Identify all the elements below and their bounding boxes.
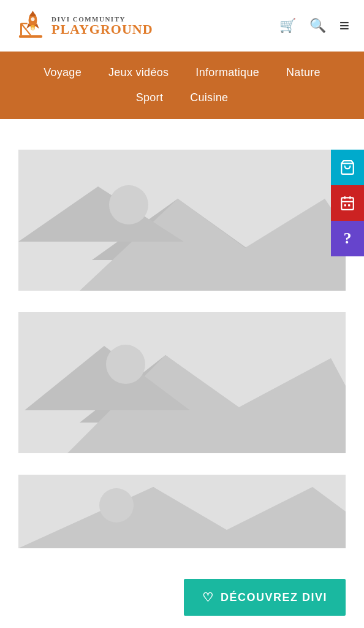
image-placeholder-3	[18, 475, 346, 548]
menu-icon[interactable]: ≡	[339, 16, 349, 36]
nav-item-cuisine[interactable]: Cuisine	[176, 85, 241, 110]
logo-text: DIVI COMMUNITY PLAYGROUND	[51, 16, 153, 36]
header-icons: 🛒 🔍 ≡	[279, 16, 349, 36]
header: DIVI COMMUNITY PLAYGROUND 🛒 🔍 ≡	[0, 0, 364, 52]
svg-point-32	[99, 488, 134, 523]
cart-icon[interactable]: 🛒	[279, 18, 296, 34]
svg-point-5	[31, 17, 34, 21]
svg-rect-0	[19, 35, 42, 37]
nav-item-informatique[interactable]: Informatique	[182, 60, 273, 85]
sidebar-calendar-button[interactable]	[331, 185, 364, 221]
image-placeholder-2	[18, 312, 346, 453]
nav-link-voyage[interactable]: Voyage	[44, 66, 82, 78]
image-placeholder-1	[18, 150, 346, 291]
logo-text-bottom: PLAYGROUND	[51, 23, 153, 36]
logo-area: DIVI COMMUNITY PLAYGROUND	[15, 9, 153, 43]
logo-icon	[15, 9, 47, 43]
nav-item-voyage[interactable]: Voyage	[30, 60, 95, 85]
svg-point-23	[109, 185, 148, 224]
navigation-bar: Voyage Jeux vidéos Informatique Nature S…	[0, 52, 364, 119]
svg-rect-18	[348, 204, 350, 206]
nav-link-informatique[interactable]: Informatique	[195, 66, 259, 78]
main-content: ?	[0, 119, 364, 561]
nav-link-cuisine[interactable]: Cuisine	[190, 91, 228, 104]
svg-point-28	[106, 345, 145, 384]
svg-rect-17	[344, 204, 346, 206]
nav-item-sport[interactable]: Sport	[123, 85, 177, 110]
question-mark-icon: ?	[344, 229, 352, 248]
svg-point-9	[31, 27, 34, 30]
nav-link-sport[interactable]: Sport	[136, 91, 164, 104]
nav-list: Voyage Jeux vidéos Informatique Nature S…	[0, 52, 364, 119]
svg-rect-13	[341, 197, 354, 210]
sidebar-cart-button[interactable]	[331, 150, 364, 185]
nav-item-jeux-videos[interactable]: Jeux vidéos	[95, 60, 182, 85]
svg-marker-4	[29, 10, 36, 16]
search-icon[interactable]: 🔍	[309, 18, 326, 34]
sidebar-question-button[interactable]: ?	[331, 221, 364, 256]
nav-link-jeux-videos[interactable]: Jeux vidéos	[108, 66, 169, 78]
nav-item-nature[interactable]: Nature	[273, 60, 334, 85]
nav-link-nature[interactable]: Nature	[286, 66, 320, 78]
sidebar-buttons: ?	[331, 150, 364, 256]
